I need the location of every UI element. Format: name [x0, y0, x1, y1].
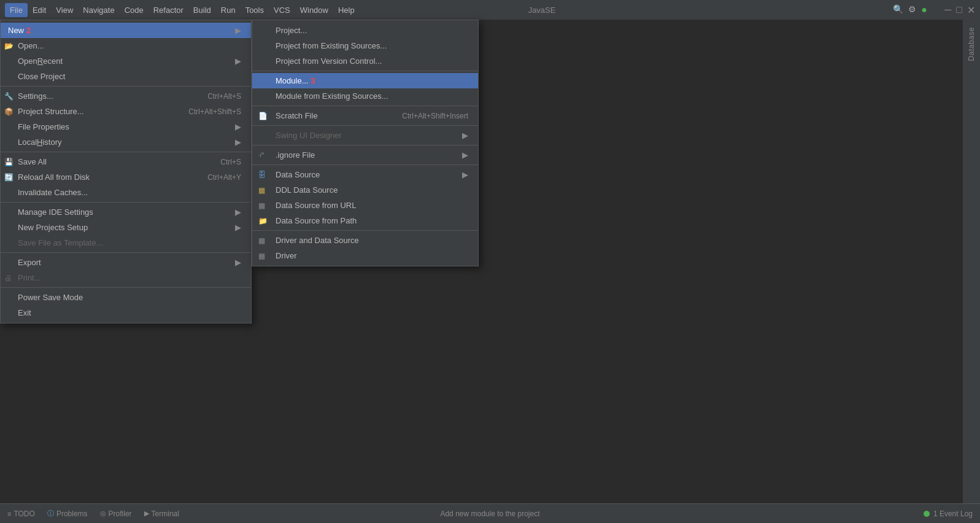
menu-local-history[interactable]: Local History ▶	[1, 134, 251, 150]
new-label: New	[8, 26, 24, 35]
profile-icon[interactable]: ●	[921, 4, 927, 16]
new-num: 2	[26, 26, 31, 35]
new-submenu: Project... Project from Existing Sources…	[252, 20, 479, 266]
search-icon[interactable]: 🔍	[893, 4, 903, 16]
new-arrow-icon: ▶	[235, 26, 241, 35]
menu-view[interactable]: View	[51, 3, 78, 17]
new-sep6	[252, 230, 478, 231]
menu-help[interactable]: Help	[333, 3, 360, 17]
terminal-label: Terminal	[152, 509, 179, 518]
menu-export[interactable]: Export ▶	[1, 255, 251, 270]
problems-label: Problems	[56, 509, 88, 518]
driver-ds-icon: ▦	[258, 236, 265, 245]
menu-edit[interactable]: Edit	[28, 3, 51, 17]
source-url-icon: ▦	[258, 201, 265, 210]
new-project[interactable]: Project...	[252, 23, 478, 38]
todo-label: TODO	[14, 509, 34, 518]
todo-tab[interactable]: ≡ TODO	[7, 509, 35, 518]
new-sep3	[252, 125, 478, 126]
swing-arrow-icon: ▶	[462, 131, 468, 140]
datasource-icon: 🗄	[258, 171, 266, 179]
maximize-icon[interactable]: □	[956, 4, 962, 16]
right-sidebar: Database	[963, 20, 980, 503]
terminal-icon: ▶	[144, 509, 149, 517]
menu-refactor[interactable]: Refactor	[149, 3, 188, 17]
menu-project-structure[interactable]: 📦 Project Structure... Ctrl+Alt+Shift+S	[1, 104, 251, 119]
ignore-arrow-icon: ▶	[462, 150, 468, 160]
menu-exit[interactable]: Exit	[1, 305, 251, 320]
menu-manage-ide[interactable]: Manage IDE Settings ▶	[1, 204, 251, 220]
menu-settings[interactable]: 🔧 Settings... Ctrl+Alt+S	[1, 88, 251, 104]
menu-file[interactable]: File	[5, 3, 28, 17]
new-driver-ds[interactable]: ▦ Driver and Data Source	[252, 233, 478, 248]
menu-tools[interactable]: Tools	[241, 3, 269, 17]
menu-run[interactable]: Run	[216, 3, 241, 17]
app-title: JavaSE	[528, 6, 556, 15]
menu-new[interactable]: New 2 ▶	[1, 23, 251, 38]
save-icon: 💾	[4, 158, 14, 166]
close-icon[interactable]: ✕	[967, 4, 975, 16]
print-icon: 🖨	[4, 274, 12, 282]
menu-vcs[interactable]: VCS	[269, 3, 295, 17]
new-sep2	[252, 106, 478, 106]
database-tab[interactable]: Database	[963, 20, 979, 68]
new-datasource[interactable]: 🗄 Data Source ▶	[252, 167, 478, 182]
ddl-icon: ▦	[258, 186, 265, 195]
sep2	[1, 152, 251, 152]
menu-print: 🖨 Print...	[1, 270, 251, 285]
menu-close-project[interactable]: Close Project	[1, 69, 251, 84]
menu-save-all[interactable]: 💾 Save All Ctrl+S	[1, 154, 251, 169]
new-ignore[interactable]: ·i* .ignore File ▶	[252, 147, 478, 163]
new-source-url[interactable]: ▦ Data Source from URL	[252, 198, 478, 213]
datasource-arrow-icon: ▶	[462, 170, 468, 179]
scratch-icon: 📄	[258, 112, 268, 120]
menu-open[interactable]: 📂 Open...	[1, 38, 251, 53]
sep1	[1, 86, 251, 87]
menubar: File Edit View Navigate Code Refactor Bu…	[0, 0, 980, 20]
open-recent-arrow-icon: ▶	[235, 56, 241, 66]
file-props-arrow-icon: ▶	[235, 122, 241, 131]
save-all-shortcut: Ctrl+S	[220, 158, 241, 166]
settings-icon[interactable]: ⚙	[908, 4, 916, 16]
event-log-dot	[924, 511, 930, 517]
new-scratch[interactable]: 📄 Scratch File Ctrl+Alt+Shift+Insert	[252, 108, 478, 123]
minimize-icon[interactable]: ─	[944, 4, 951, 16]
statusbar-right: 1 Event Log	[924, 509, 973, 518]
folder-icon: 📂	[4, 42, 14, 50]
new-project-existing[interactable]: Project from Existing Sources...	[252, 38, 478, 53]
new-source-path[interactable]: 📁 Data Source from Path	[252, 213, 478, 228]
profiler-icon: ◎	[100, 509, 106, 517]
menu-invalidate[interactable]: Invalidate Caches...	[1, 185, 251, 200]
menu-window[interactable]: Window	[295, 3, 333, 17]
event-log-label[interactable]: 1 Event Log	[933, 509, 973, 518]
menu-build[interactable]: Build	[188, 3, 216, 17]
new-module[interactable]: Module... 3	[252, 73, 478, 88]
menu-new-projects[interactable]: New Projects Setup ▶	[1, 220, 251, 235]
menu-file-properties[interactable]: File Properties ▶	[1, 119, 251, 134]
menu-reload[interactable]: 🔄 Reload All from Disk Ctrl+Alt+Y	[1, 169, 251, 185]
menu-code[interactable]: Code	[120, 3, 149, 17]
new-module-existing[interactable]: Module from Existing Sources...	[252, 88, 478, 104]
new-driver[interactable]: ▦ Driver	[252, 248, 478, 263]
reload-icon: 🔄	[4, 173, 14, 182]
project-struct-icon: 📦	[4, 107, 14, 116]
menu-navigate[interactable]: Navigate	[78, 3, 119, 17]
local-history-arrow-icon: ▶	[235, 138, 241, 147]
new-swing: Swing UI Designer ▶	[252, 128, 478, 143]
statusbar: ≡ TODO ⓘ Problems ◎ Profiler ▶ Terminal …	[0, 503, 980, 523]
new-sep4	[252, 145, 478, 145]
file-menu: New 2 ▶ 📂 Open... Open Recent ▶ Close Pr…	[0, 20, 252, 323]
source-path-icon: 📁	[258, 217, 268, 225]
profiler-label: Profiler	[109, 509, 132, 518]
problems-tab[interactable]: ⓘ Problems	[47, 509, 88, 518]
new-ddl-source[interactable]: ▦ DDL Data Source	[252, 182, 478, 198]
settings-wrench-icon: 🔧	[4, 92, 14, 101]
menu-open-recent[interactable]: Open Recent ▶	[1, 53, 251, 69]
menu-power-save[interactable]: Power Save Mode	[1, 290, 251, 305]
new-project-vcs[interactable]: Project from Version Control...	[252, 53, 478, 69]
new-sep1	[252, 71, 478, 71]
ignore-icon: ·i*	[258, 152, 264, 158]
terminal-tab[interactable]: ▶ Terminal	[144, 509, 179, 518]
profiler-tab[interactable]: ◎ Profiler	[100, 509, 132, 518]
settings-shortcut: Ctrl+Alt+S	[207, 92, 241, 101]
